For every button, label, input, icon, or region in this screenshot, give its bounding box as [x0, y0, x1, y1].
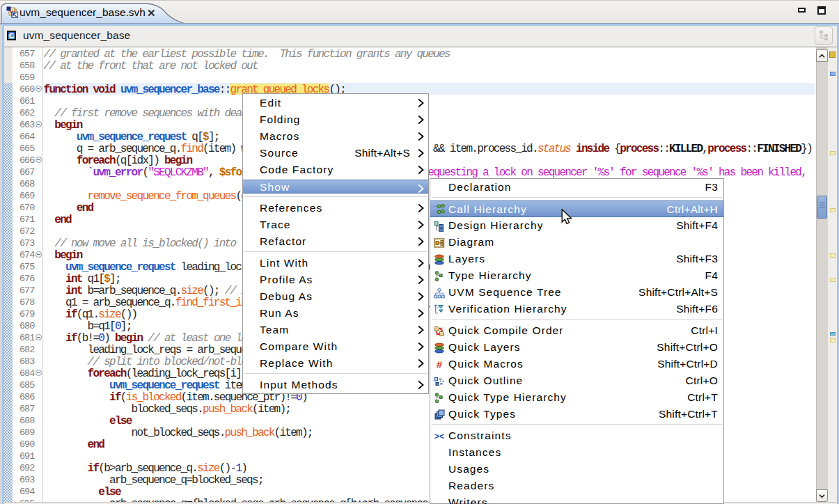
svg-text:#: # [437, 359, 443, 370]
svg-text:><: >< [434, 432, 444, 441]
